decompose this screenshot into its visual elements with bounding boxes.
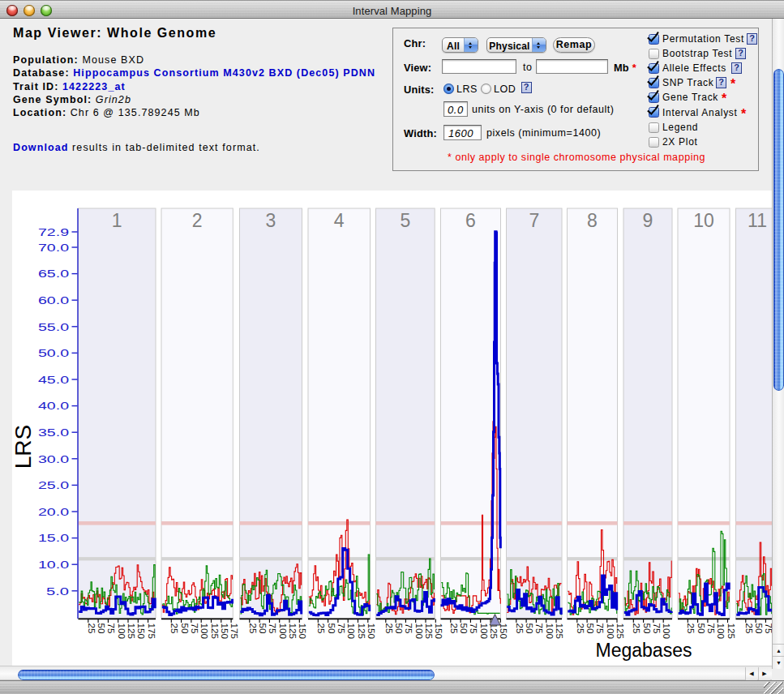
svg-text:125: 125: [126, 623, 137, 640]
svg-text:45.0: 45.0: [38, 374, 69, 386]
svg-text:150: 150: [297, 623, 308, 640]
svg-text:25: 25: [743, 623, 755, 635]
svg-text:25: 25: [514, 623, 525, 635]
svg-text:4: 4: [334, 210, 345, 231]
svg-text:125: 125: [209, 623, 221, 640]
svg-text:25.0: 25.0: [38, 479, 69, 491]
svg-text:125: 125: [356, 623, 367, 640]
svg-text:8: 8: [587, 210, 598, 231]
svg-text:25: 25: [631, 623, 642, 635]
svg-text:2: 2: [192, 210, 203, 231]
svg-text:Megabases: Megabases: [596, 640, 692, 661]
svg-text:100: 100: [478, 623, 490, 640]
svg-text:10.0: 10.0: [38, 559, 69, 571]
svg-text:25: 25: [383, 623, 395, 635]
svg-text:50: 50: [96, 623, 107, 635]
svg-text:50: 50: [641, 623, 653, 635]
svg-text:25: 25: [86, 623, 97, 635]
svg-text:5.0: 5.0: [46, 585, 69, 598]
svg-text:25: 25: [448, 623, 460, 635]
svg-text:25: 25: [315, 623, 327, 635]
svg-text:60.0: 60.0: [38, 294, 69, 306]
svg-text:175: 175: [146, 623, 157, 640]
svg-text:75: 75: [651, 623, 662, 635]
svg-text:10: 10: [693, 210, 714, 231]
svg-text:125: 125: [488, 623, 499, 640]
svg-text:LRS: LRS: [11, 425, 36, 469]
svg-text:100: 100: [277, 623, 289, 640]
svg-text:50: 50: [257, 623, 268, 635]
svg-text:50: 50: [179, 623, 191, 635]
svg-text:6: 6: [465, 210, 476, 231]
svg-text:50: 50: [326, 623, 337, 635]
svg-text:75: 75: [336, 623, 347, 635]
svg-text:35.0: 35.0: [38, 426, 69, 439]
svg-text:75: 75: [533, 623, 545, 635]
svg-text:25: 25: [575, 623, 586, 635]
svg-text:100: 100: [544, 623, 555, 640]
svg-text:50: 50: [696, 623, 707, 635]
svg-text:150: 150: [498, 623, 509, 640]
svg-text:100: 100: [605, 623, 616, 640]
svg-text:150: 150: [135, 623, 147, 640]
svg-text:5: 5: [401, 210, 411, 231]
svg-text:175: 175: [229, 623, 240, 640]
svg-text:150: 150: [219, 623, 230, 640]
svg-text:72.9: 72.9: [38, 226, 69, 238]
svg-text:70.0: 70.0: [38, 242, 69, 254]
svg-text:125: 125: [726, 623, 737, 640]
svg-text:125: 125: [615, 623, 626, 640]
svg-text:50.0: 50.0: [38, 347, 69, 359]
svg-text:125: 125: [423, 623, 435, 640]
svg-text:3: 3: [266, 210, 276, 231]
svg-text:100: 100: [116, 623, 127, 640]
svg-text:50: 50: [458, 623, 469, 635]
svg-text:1: 1: [112, 210, 122, 231]
svg-text:150: 150: [433, 623, 444, 640]
svg-text:75: 75: [705, 623, 717, 635]
svg-text:75: 75: [267, 623, 278, 635]
svg-text:55.0: 55.0: [38, 321, 69, 333]
svg-text:100: 100: [661, 623, 672, 640]
svg-text:75: 75: [403, 623, 414, 635]
svg-text:11: 11: [748, 210, 767, 231]
svg-text:150: 150: [366, 623, 377, 640]
svg-text:15.0: 15.0: [38, 532, 69, 544]
svg-text:30.0: 30.0: [38, 453, 69, 465]
svg-text:50: 50: [585, 623, 596, 635]
svg-text:50: 50: [753, 623, 765, 635]
svg-text:50: 50: [393, 623, 405, 635]
svg-text:40.0: 40.0: [38, 400, 69, 412]
svg-text:100: 100: [345, 623, 357, 640]
svg-text:75: 75: [189, 623, 200, 635]
svg-text:50: 50: [524, 623, 535, 635]
svg-text:100: 100: [715, 623, 726, 640]
svg-text:100: 100: [199, 623, 210, 640]
svg-text:65.0: 65.0: [38, 268, 69, 280]
svg-text:7: 7: [529, 210, 539, 231]
svg-text:75: 75: [468, 623, 479, 635]
svg-text:25: 25: [169, 623, 180, 635]
svg-text:9: 9: [643, 210, 653, 231]
svg-text:75: 75: [594, 623, 606, 635]
svg-text:20.0: 20.0: [38, 506, 69, 518]
svg-text:75: 75: [105, 623, 117, 635]
svg-text:25: 25: [247, 623, 259, 635]
svg-text:125: 125: [554, 623, 565, 640]
svg-text:125: 125: [287, 623, 298, 640]
svg-text:25: 25: [685, 623, 696, 635]
svg-text:100: 100: [413, 623, 425, 640]
